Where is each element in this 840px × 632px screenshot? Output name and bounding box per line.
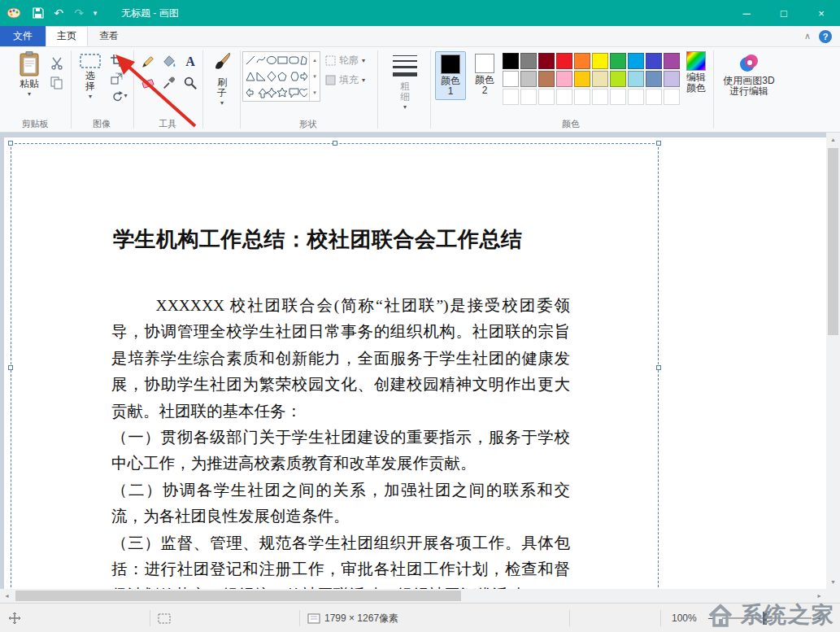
minimize-button[interactable]: ─ — [728, 0, 765, 26]
redo-icon[interactable]: ↷ — [70, 4, 88, 22]
cut-button[interactable] — [49, 55, 65, 72]
crop-button[interactable] — [109, 53, 124, 68]
zoom-out-button[interactable]: − — [707, 604, 714, 632]
qat-customize-icon[interactable]: ▾ — [90, 4, 100, 22]
palette-swatch-26[interactable] — [610, 89, 626, 105]
help-icon[interactable]: ? — [819, 30, 832, 43]
scroll-down-icon[interactable]: ▾ — [826, 575, 840, 589]
palette-swatch-11[interactable] — [520, 71, 537, 87]
shapes-gallery-scrollbar[interactable]: ▴ ▾ ▾ — [309, 52, 320, 101]
resize-button[interactable] — [109, 71, 124, 85]
palette-swatch-2[interactable] — [538, 53, 555, 69]
gallery-scroll-up-icon[interactable]: ▴ — [310, 52, 320, 68]
paste-button[interactable]: 粘贴 ▾ — [11, 51, 48, 98]
zoom-in-button[interactable]: + — [816, 604, 823, 632]
palette-swatch-25[interactable] — [592, 89, 608, 105]
selection-handle-top-left[interactable] — [8, 141, 13, 146]
fill-style-icon — [325, 75, 336, 85]
horizontal-scrollbar[interactable]: ◂ ▸ — [0, 589, 826, 603]
shape-oval — [268, 57, 276, 64]
palette-swatch-6[interactable] — [610, 53, 626, 69]
stroke-size-button[interactable]: 粗细 ▾ — [384, 55, 426, 111]
selection-region[interactable]: 学生机构工作总结：校社团联合会工作总结 XXXXXX 校社团联合会(简称“社团联… — [11, 143, 659, 589]
palette-swatch-8[interactable] — [646, 53, 662, 69]
palette-swatch-13[interactable] — [556, 71, 572, 87]
fill-tool-button[interactable] — [160, 53, 178, 71]
magnifier-tool-button[interactable] — [181, 74, 199, 92]
palette-swatch-17[interactable] — [628, 71, 644, 87]
tab-file[interactable]: 文件 — [0, 26, 46, 46]
color-picker-tool-button[interactable] — [160, 74, 178, 92]
palette-swatch-3[interactable] — [556, 53, 572, 69]
palette-swatch-0[interactable] — [503, 53, 519, 69]
rotate-button[interactable]: ▾ — [109, 89, 130, 103]
shape-heart — [300, 89, 307, 97]
selection-handle-top-right[interactable] — [656, 141, 661, 146]
palette-swatch-16[interactable] — [610, 71, 626, 87]
canvas-size-text: 1799 × 1267像素 — [324, 612, 398, 625]
eraser-tool-button[interactable] — [139, 74, 157, 92]
cursor-position-icon — [8, 612, 21, 625]
palette-swatch-4[interactable] — [574, 53, 590, 69]
palette-swatch-19[interactable] — [664, 71, 680, 87]
undo-icon[interactable]: ↶ — [50, 4, 67, 22]
scroll-right-icon[interactable]: ▸ — [812, 589, 826, 603]
scroll-left-icon[interactable]: ◂ — [0, 589, 14, 603]
color2-button[interactable]: 颜色 2 — [469, 51, 500, 98]
palette-swatch-1[interactable] — [520, 53, 537, 69]
scroll-up-icon[interactable]: ▴ — [826, 133, 840, 146]
brush-icon — [211, 51, 233, 76]
shape-rounded-rectangle — [289, 57, 298, 63]
selection-handle-top-center[interactable] — [333, 141, 337, 146]
shape-line — [246, 56, 255, 64]
canvas[interactable]: 学生机构工作总结：校社团联合会工作总结 XXXXXX 校社团联合会(简称“社团联… — [4, 137, 826, 589]
palette-swatch-7[interactable] — [628, 53, 644, 69]
shapes-gallery[interactable]: ▴ ▾ ▾ — [242, 51, 320, 102]
zoom-slider[interactable] — [722, 617, 812, 619]
palette-swatch-20[interactable] — [503, 89, 519, 105]
zoom-percent-text: 100% — [672, 612, 697, 624]
palette-swatch-10[interactable] — [503, 71, 519, 87]
tab-view[interactable]: 查看 — [88, 26, 130, 46]
pencil-tool-button[interactable] — [139, 53, 157, 71]
gallery-scroll-down-icon[interactable]: ▾ — [310, 68, 320, 85]
shape-pentagon — [278, 72, 286, 81]
select-button[interactable]: 选择 ▾ — [76, 53, 105, 100]
shape-fill-button[interactable]: 填充 ▾ — [325, 73, 365, 87]
paint-app-icon[interactable] — [7, 7, 21, 19]
tab-home[interactable]: 主页 — [46, 26, 88, 46]
palette-swatch-29[interactable] — [664, 89, 680, 105]
vertical-scroll-thumb[interactable] — [828, 148, 838, 335]
horizontal-scroll-thumb[interactable] — [15, 591, 461, 601]
selection-handle-mid-right[interactable] — [656, 365, 661, 370]
palette-swatch-28[interactable] — [646, 89, 662, 105]
palette-swatch-27[interactable] — [628, 89, 644, 105]
edit-colors-button[interactable]: 编辑颜色 — [683, 51, 709, 94]
palette-swatch-12[interactable] — [538, 71, 555, 87]
palette-swatch-21[interactable] — [520, 89, 537, 105]
color1-button[interactable]: 颜色 1 — [435, 51, 466, 100]
palette-swatch-23[interactable] — [556, 89, 572, 105]
palette-swatch-18[interactable] — [646, 71, 662, 87]
maximize-button[interactable]: □ — [765, 0, 803, 26]
copy-button[interactable] — [49, 75, 65, 91]
canvas-viewport[interactable]: 学生机构工作总结：校社团联合会工作总结 XXXXXX 校社团联合会(简称“社团联… — [0, 133, 826, 589]
brushes-button[interactable]: 刷子 ▾ — [207, 51, 237, 107]
palette-swatch-15[interactable] — [592, 71, 608, 87]
palette-swatch-9[interactable] — [664, 53, 680, 69]
palette-swatch-5[interactable] — [592, 53, 608, 69]
text-tool-button[interactable]: A — [181, 53, 199, 71]
collapse-ribbon-icon[interactable]: ∧ — [804, 31, 811, 41]
color-palette — [503, 53, 680, 105]
selection-handle-mid-left[interactable] — [8, 365, 13, 370]
palette-swatch-24[interactable] — [574, 89, 590, 105]
palette-swatch-14[interactable] — [574, 71, 590, 87]
close-button[interactable]: × — [803, 0, 840, 26]
shape-outline-button[interactable]: 轮廓 ▾ — [325, 54, 365, 68]
zoom-slider-thumb[interactable] — [763, 612, 767, 625]
gallery-more-icon[interactable]: ▾ — [310, 85, 320, 101]
save-icon[interactable] — [29, 4, 47, 22]
edit-with-paint3d-button[interactable]: 使用画图3D 进行编辑 — [719, 53, 779, 97]
palette-swatch-22[interactable] — [538, 89, 555, 105]
vertical-scrollbar[interactable]: ▴ ▾ — [826, 133, 840, 589]
